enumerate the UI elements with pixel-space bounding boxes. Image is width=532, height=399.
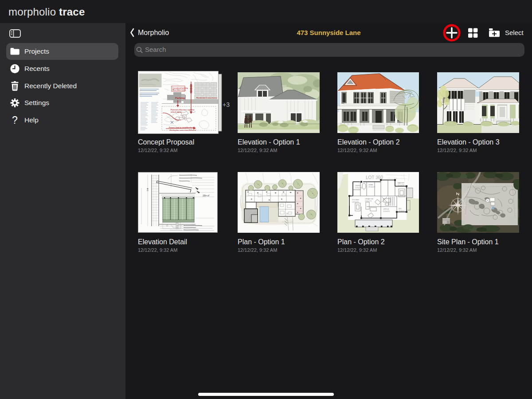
svg-text:12'4x11'6: 12'4x11'6 bbox=[383, 211, 390, 212]
svg-text:KITCHEN: KITCHEN bbox=[352, 199, 359, 201]
svg-text:Residential 2 story homes: Residential 2 story homes bbox=[196, 97, 217, 99]
svg-text:Parking: Parking bbox=[175, 97, 185, 99]
svg-text:OFFICE: OFFICE bbox=[383, 208, 389, 210]
svg-text:16in of: 16in of bbox=[203, 194, 210, 197]
svg-text:29'4x12'6: 29'4x12'6 bbox=[368, 186, 375, 188]
svg-text:LANAI: LANAI bbox=[368, 184, 373, 186]
svg-text:MASTER: MASTER bbox=[398, 182, 404, 184]
svg-text:WIC: WIC bbox=[399, 208, 402, 210]
svg-text:19'6x17'6: 19'6x17'6 bbox=[365, 200, 372, 202]
svg-text:12'4x13'6: 12'4x13'6 bbox=[355, 187, 362, 189]
svg-text:West Side 2 story: West Side 2 story bbox=[172, 89, 186, 91]
svg-text:DINING: DINING bbox=[355, 185, 361, 187]
svg-text:10'4x5'6: 10'4x5'6 bbox=[399, 210, 404, 212]
svg-text:15'1x13'6: 15'1x13'6 bbox=[398, 184, 404, 186]
svg-text:Considered building: Considered building bbox=[172, 87, 188, 89]
svg-text:GREAT RM: GREAT RM bbox=[365, 198, 373, 200]
svg-text:16'6x11'6: 16'6x11'6 bbox=[352, 201, 359, 203]
